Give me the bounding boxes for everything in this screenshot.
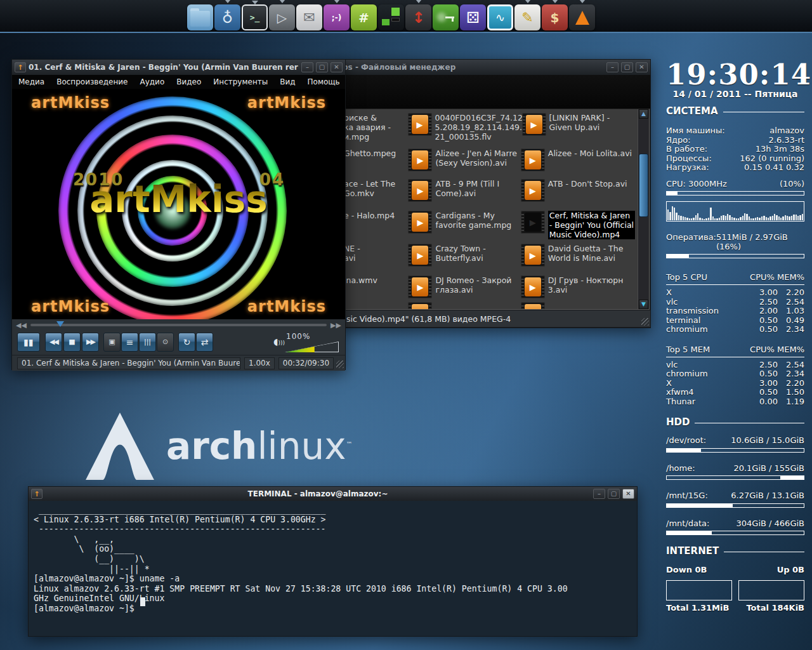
file-item[interactable]: e - Halo.mp4 [344, 211, 406, 239]
file-item[interactable]: ▶ [521, 302, 636, 310]
games-dice-icon[interactable]: ⚄ [460, 4, 486, 30]
process-row: vlc2.502.54 [666, 361, 804, 370]
loop-button[interactable]: ↻ [178, 333, 195, 352]
pause-button[interactable]: ▮▮ [17, 333, 40, 352]
file-list[interactable]: риске & ка авария - и.mpg ▶0040FD016C3F_… [341, 109, 650, 310]
irc-chat-icon[interactable]: # [351, 4, 377, 30]
mount-row: /dev/root:10.6GiB / 15.0GiB [666, 436, 804, 446]
playback-rate[interactable]: 1.00x [244, 357, 275, 369]
menu-video[interactable]: Видео [176, 77, 201, 86]
terminal-titlebar[interactable]: ↑ TERMINAL - almazov@almazov:~ – ▢ ✕ [29, 487, 637, 501]
file-item[interactable]: ▶DJ Romeo - Закрой глаза.avi [408, 275, 517, 298]
video-canvas[interactable]: artMkiss artMkiss artMkiss artMkiss 2010… [12, 89, 345, 319]
arch-logo-text: archlinux™ [166, 425, 353, 468]
equalizer-button[interactable]: ||| [139, 333, 156, 352]
arch-logo-text-bold: arch [166, 425, 257, 468]
close-button[interactable]: ✕ [636, 62, 648, 72]
vlc-titlebar[interactable]: ↑ 01. Cerf & Mitiska & Jaren - Beggin' Y… [12, 60, 345, 75]
close-button[interactable]: ✕ [331, 62, 343, 72]
maximize-button[interactable]: ▢ [316, 62, 328, 72]
stats-blocks-icon[interactable] [378, 4, 404, 30]
file-item[interactable]: ▶0040FD016C3F_74.12 5.208.19_82.114.149.… [408, 113, 519, 142]
file-item[interactable]: ▶DJ Грув - Ноктюрн 3.avi [521, 275, 636, 298]
rewind-icon[interactable]: ◀◀ [16, 321, 27, 329]
file-item[interactable]: ▶Alizee - Moi Lolita.avi [521, 149, 636, 171]
file-item-selected[interactable]: ▶Cerf, Mitiska & Jaren - Beggin' You (Of… [521, 211, 636, 239]
trademark: ™ [346, 441, 353, 448]
process-row: Thunar0.001.19 [666, 397, 804, 407]
playlist-button[interactable]: ≡ [121, 333, 138, 352]
scrollbar-thumb[interactable] [639, 154, 648, 217]
art-corner-label: artMkiss [247, 298, 326, 315]
shuffle-button[interactable]: ⇄ [196, 333, 213, 352]
file-item[interactable]: ▶Cardigans - My favorite game.mpg [408, 211, 517, 239]
seek-slider[interactable] [30, 324, 327, 326]
file-item[interactable]: Ghetto.mpeg [344, 149, 406, 171]
vlc-menubar: Медиа Воспроизведение Аудио Видео Инстру… [12, 75, 345, 89]
conky-monitor: 19:30:14 14 / 01 / 2011 -- Пятница СИСТЕ… [666, 60, 804, 613]
maximize-button[interactable]: ▢ [621, 62, 633, 72]
menu-view[interactable]: Вид [280, 77, 295, 86]
file-item[interactable]: ▶ [408, 302, 517, 310]
mount-bar [666, 531, 804, 535]
media-player-icon[interactable]: ▷ [269, 4, 295, 30]
vlc-icon[interactable] [569, 4, 595, 30]
close-button[interactable]: ✕ [622, 489, 634, 499]
file-item[interactable]: ina.wmv [344, 275, 406, 298]
mail-icon[interactable]: ✉ [296, 4, 322, 30]
maximize-button[interactable]: ▢ [608, 489, 620, 499]
snapshot-button[interactable]: ⊙ [157, 333, 174, 352]
window-menu-icon[interactable]: ↑ [31, 489, 43, 499]
next-button[interactable]: ▶▶ [82, 333, 99, 352]
fullscreen-button[interactable]: ▣ [103, 333, 121, 352]
file-item[interactable]: ▶ATB - 9 PM (Till I Come).avi [408, 179, 517, 202]
file-manager-icon[interactable] [187, 4, 213, 30]
vertical-scrollbar[interactable]: ▲ ▼ [638, 109, 649, 309]
speaker-icon[interactable]: ◖))) [273, 336, 285, 347]
system-monitor-icon[interactable]: ∿ [487, 4, 513, 30]
time-display[interactable]: 00:32/09:30 [278, 357, 334, 369]
file-item[interactable]: риске & ка авария - и.mpg [344, 113, 406, 142]
file-item[interactable]: ▶Alizee - J'en Ai Marre (Sexy Version).a… [408, 149, 517, 171]
file-manager-titlebar[interactable]: ps - Файловый менеджер – ▢ ✕ [340, 60, 650, 75]
stop-button[interactable]: ■ [63, 333, 81, 352]
transmission-icon[interactable]: ↕ [405, 4, 431, 30]
minimize-button[interactable]: – [606, 62, 619, 72]
sysinfo-row: Ядро:2.6.33-rt [666, 136, 804, 145]
previous-button[interactable]: ◀◀ [45, 333, 62, 352]
menu-tools[interactable]: Инструменты [213, 77, 268, 86]
keyring-icon[interactable] [433, 4, 459, 30]
mount-row: /home:20.1GiB / 155GiB [666, 464, 804, 474]
resize-grip[interactable] [336, 361, 344, 368]
arch-logo-text-light: linux [257, 425, 346, 468]
file-item[interactable]: ▶David Guetta - The World is Mine.avi [521, 244, 636, 267]
art-corner-label: artMkiss [247, 94, 326, 112]
scroll-up-icon[interactable]: ▲ [639, 109, 648, 119]
menu-help[interactable]: Помощь [308, 77, 340, 86]
file-item[interactable]: NE - avi [344, 244, 406, 267]
terminal-output[interactable]: ________________________________________… [29, 501, 637, 618]
menu-audio[interactable]: Аудио [140, 77, 165, 86]
scroll-down-icon[interactable]: ▼ [639, 300, 648, 309]
volume-slider[interactable]: 100% [285, 332, 339, 354]
file-manager-window: ps - Файловый менеджер – ▢ ✕ риске & ка … [339, 59, 651, 328]
menu-playback[interactable]: Воспроизведение [56, 77, 128, 86]
menu-media[interactable]: Медиа [18, 77, 44, 86]
fast-forward-icon[interactable]: ▶▶ [331, 321, 341, 329]
file-item[interactable]: ace - Let The Go.mkv [344, 179, 406, 202]
file-item[interactable]: ▶ATB - Don't Stop.avi [521, 179, 636, 202]
top-mem-header: Top 5 MEMCPU% MEM% [666, 345, 804, 354]
upload-graph [738, 580, 804, 600]
window-menu-icon[interactable]: ↑ [15, 62, 26, 72]
resize-grip[interactable] [641, 318, 649, 326]
seek-thumb[interactable] [56, 321, 64, 327]
messenger-icon[interactable]: ;-) [324, 4, 350, 30]
file-item[interactable]: ▶Crazy Town - Butterfly.avi [408, 244, 517, 267]
minimize-button[interactable]: – [593, 489, 605, 499]
text-editor-icon[interactable]: ✎ [514, 4, 540, 30]
web-browser-icon[interactable]: ♁ [214, 4, 240, 30]
minimize-button[interactable]: – [301, 62, 313, 72]
wallet-icon[interactable]: $ [542, 4, 568, 30]
terminal-icon[interactable]: >_ [242, 4, 268, 30]
file-item[interactable]: ▶[LINKIN PARK] - Given Up.avi [522, 113, 636, 142]
